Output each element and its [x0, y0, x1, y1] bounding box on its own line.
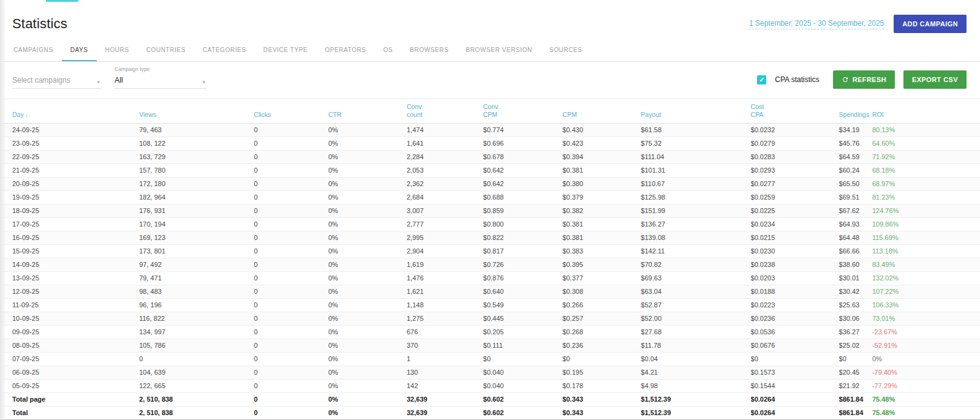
- table-row: 14-09-2597, 49200%1,619$0.726$0.395$70.8…: [0, 258, 980, 272]
- cell-conv_count: 130: [407, 366, 483, 380]
- cell-cost_cpa: $0.1573: [751, 366, 839, 380]
- cell-ctr: 0%: [328, 326, 407, 339]
- cell-day: 09-09-25: [0, 326, 139, 339]
- cell-roi: 73.01%: [872, 312, 980, 326]
- column-header-roi[interactable]: ROI: [872, 99, 980, 124]
- cell-day: 19-09-25: [0, 191, 139, 204]
- tab-os[interactable]: OS: [375, 39, 402, 61]
- cell-cost_cpa: $0.0188: [751, 285, 839, 299]
- header-actions: 1 September, 2025 - 30 September, 2025 A…: [749, 15, 967, 33]
- cell-day: 07-09-25: [0, 353, 139, 366]
- cell-day: 10-09-25: [0, 312, 139, 326]
- cell-cpm: $0.266: [562, 299, 641, 312]
- cell-views: 2, 510, 838: [139, 407, 254, 420]
- cell-ctr: 0%: [328, 204, 407, 218]
- column-header-cost_cpa[interactable]: Cost CPA: [751, 99, 839, 124]
- cell-conv_count: 2,904: [407, 245, 483, 258]
- cell-cpm: $0.381: [562, 164, 641, 178]
- cell-payout: $101.31: [641, 164, 750, 178]
- cell-clicks: 0: [254, 258, 328, 272]
- cell-payout: $136.27: [641, 218, 750, 231]
- cell-cpm: $0.236: [562, 339, 641, 353]
- cell-ctr: 0%: [328, 245, 407, 258]
- cell-roi: 71.92%: [872, 151, 980, 164]
- cpa-statistics-checkbox[interactable]: ✓: [757, 75, 766, 84]
- cell-roi: 132.02%: [872, 272, 980, 285]
- column-header-views[interactable]: Views: [139, 99, 254, 124]
- cell-cost_cpa: $0.0277: [751, 178, 839, 191]
- cell-cpm: $0: [562, 353, 641, 366]
- table-row: 11-09-2596, 19600%1,148$0.549$0.266$52.8…: [0, 299, 980, 312]
- column-header-day[interactable]: Day ↓: [0, 99, 139, 124]
- tab-categories[interactable]: CATEGORIES: [194, 39, 255, 61]
- cell-cost_cpa: $0.0279: [751, 137, 839, 151]
- column-header-spendings[interactable]: Spendings: [839, 99, 872, 124]
- sort-descending-icon: ↓: [24, 112, 28, 118]
- cell-roi: 81.23%: [872, 191, 980, 204]
- table-row: 24-09-2579, 46300%1,474$0.774$0.430$61.5…: [0, 124, 980, 137]
- cell-views: 170, 194: [139, 218, 254, 231]
- tab-days[interactable]: DAYS: [62, 39, 97, 61]
- cell-cost_cpa: $0.0215: [751, 231, 839, 245]
- refresh-button[interactable]: REFRESH: [833, 70, 895, 89]
- refresh-button-label: REFRESH: [853, 76, 886, 83]
- campaign-type-value: All: [115, 76, 123, 84]
- cell-views: 79, 463: [139, 124, 254, 137]
- tab-hours[interactable]: HOURS: [97, 39, 138, 61]
- cell-clicks: 0: [254, 407, 328, 420]
- cell-conv_cpm: $0.602: [483, 393, 563, 407]
- cell-conv_count: 2,995: [407, 231, 483, 245]
- page-header: Statistics 1 September, 2025 - 30 Septem…: [0, 0, 980, 39]
- top-accent-bar: [46, 0, 78, 2]
- cell-payout: $70.82: [641, 258, 750, 272]
- cell-views: 182, 964: [139, 191, 254, 204]
- cell-conv_cpm: $0.549: [483, 299, 563, 312]
- export-csv-button[interactable]: EXPORT CSV: [903, 70, 967, 89]
- tab-countries[interactable]: COUNTRIES: [138, 39, 194, 61]
- column-header-clicks[interactable]: Clicks: [254, 99, 328, 124]
- cell-conv_cpm: $0.445: [483, 312, 563, 326]
- cell-views: 0: [139, 353, 254, 366]
- cell-conv_cpm: $0.602: [483, 407, 563, 420]
- cell-ctr: 0%: [328, 380, 407, 393]
- column-header-conv_count[interactable]: Conv. count: [407, 99, 483, 124]
- table-row: 23-09-25108, 12200%1,641$0.696$0.423$75.…: [0, 137, 980, 151]
- tab-campaigns[interactable]: CAMPAIGNS: [5, 39, 62, 61]
- cell-views: 116, 822: [139, 312, 254, 326]
- cell-payout: $142.11: [641, 245, 750, 258]
- tab-browser-version[interactable]: BROWSER VERSION: [457, 39, 540, 61]
- cell-roi: -79.40%: [872, 366, 980, 380]
- column-header-ctr[interactable]: CTR: [328, 99, 407, 124]
- cell-views: 163, 729: [139, 151, 254, 164]
- date-range-picker[interactable]: 1 September, 2025 - 30 September, 2025: [749, 19, 884, 29]
- cell-clicks: 0: [254, 151, 328, 164]
- cell-payout: $110.67: [641, 178, 750, 191]
- cell-cpm: $0.377: [562, 272, 641, 285]
- tab-device-type[interactable]: DEVICE TYPE: [255, 39, 317, 61]
- column-header-payout[interactable]: Payout: [641, 99, 750, 124]
- add-campaign-button[interactable]: ADD CAMPAIGN: [894, 15, 967, 33]
- cell-day: 06-09-25: [0, 366, 139, 380]
- cell-cost_cpa: $0.0238: [751, 258, 839, 272]
- cell-spendings: $64.93: [839, 218, 872, 231]
- table-row: 09-09-25134, 99700%676$0.205$0.268$27.68…: [0, 326, 980, 339]
- cell-spendings: $30.06: [839, 312, 872, 326]
- cell-clicks: 0: [254, 353, 328, 366]
- column-header-cpm[interactable]: CPM: [562, 99, 641, 124]
- select-campaigns-dropdown[interactable]: Select campaigns ▾: [12, 72, 101, 89]
- cell-ctr: 0%: [328, 151, 407, 164]
- cell-day: 20-09-25: [0, 178, 139, 191]
- cell-spendings: $861.84: [839, 393, 872, 407]
- column-header-conv_cpm[interactable]: Conv. CPM: [483, 99, 563, 124]
- cell-views: 176, 931: [139, 204, 254, 218]
- cell-day: 24-09-25: [0, 124, 139, 137]
- cell-cpm: $0.430: [562, 124, 641, 137]
- cell-cost_cpa: $0.0264: [751, 393, 839, 407]
- page-title: Statistics: [12, 16, 67, 32]
- tab-operators[interactable]: OPERATORS: [316, 39, 374, 61]
- campaign-type-dropdown[interactable]: Campaign type All ▾: [115, 72, 206, 89]
- tab-sources[interactable]: SOURCES: [541, 39, 591, 61]
- tab-browsers[interactable]: BROWSERS: [401, 39, 457, 61]
- cell-views: 96, 196: [139, 299, 254, 312]
- cell-payout: $4.98: [641, 380, 750, 393]
